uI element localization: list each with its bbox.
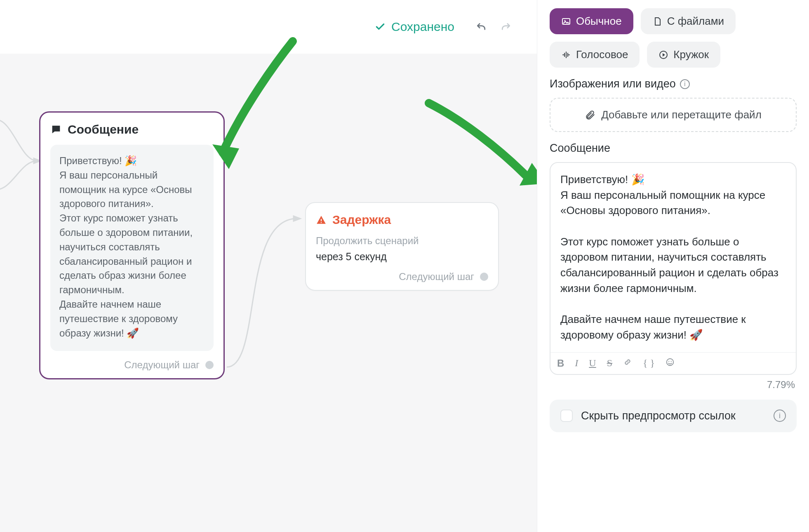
emoji-icon: [666, 358, 675, 367]
side-panel: Обычное С файлами Голосовое Кружок Изобр…: [537, 0, 809, 532]
info-icon[interactable]: i: [774, 410, 786, 422]
node-delay-next[interactable]: Следующий шаг: [316, 271, 488, 282]
port-icon[interactable]: [205, 361, 214, 369]
node-message-next[interactable]: Следующий шаг: [50, 359, 214, 371]
undo-button[interactable]: [475, 21, 487, 33]
node-message[interactable]: Сообщение Приветствую! 🎉 Я ваш персональ…: [39, 111, 225, 379]
chip-voice-label: Голосовое: [576, 48, 628, 61]
audio-waveform-icon: [561, 50, 571, 60]
port-icon[interactable]: [480, 273, 488, 281]
toolbar-bold[interactable]: B: [557, 358, 564, 369]
link-icon: [623, 358, 632, 367]
node-delay-value: через 5 секунд: [316, 251, 488, 263]
chip-normal-label: Обычное: [576, 15, 622, 28]
canvas-area[interactable]: Сохранено Сообщение Приветствую! 🎉 Я: [0, 0, 537, 532]
svg-point-9: [667, 358, 674, 365]
media-section-label: Изображения или видео i: [550, 78, 797, 90]
node-delay[interactable]: Задержка Продолжить сценарий через 5 сек…: [305, 202, 499, 291]
svg-marker-1: [294, 216, 300, 221]
toolbar-emoji[interactable]: [666, 358, 675, 369]
node-delay-title: Задержка: [332, 213, 391, 227]
node-message-title: Сообщение: [68, 122, 139, 137]
paperclip-icon: [585, 110, 595, 120]
file-icon: [652, 16, 662, 26]
dropzone-label: Добавьте или перетащите файл: [601, 108, 762, 121]
annotation-arrow-right: [425, 99, 544, 194]
svg-rect-3: [321, 222, 322, 223]
file-dropzone[interactable]: Добавьте или перетащите файл: [550, 98, 797, 132]
canvas-body[interactable]: Сообщение Приветствую! 🎉 Я ваш персональ…: [0, 54, 537, 532]
svg-point-10: [668, 361, 669, 362]
char-percent: 7.79%: [550, 379, 795, 391]
next-step-label: Следующий шаг: [399, 271, 474, 282]
warning-icon: [316, 214, 327, 225]
toolbar-strike[interactable]: S: [607, 358, 612, 369]
chip-files[interactable]: С файлами: [641, 8, 736, 34]
svg-point-11: [671, 361, 672, 362]
message-editor-text[interactable]: Приветствую! 🎉 Я ваш персональный помощн…: [550, 163, 796, 352]
redo-icon: [500, 21, 512, 33]
hide-preview-checkbox[interactable]: [560, 410, 573, 422]
connector-msg-delay: [225, 214, 307, 379]
check-icon: [375, 21, 386, 32]
media-label-text: Изображения или видео: [550, 78, 676, 90]
toolbar-italic[interactable]: I: [575, 358, 578, 369]
image-icon: [561, 16, 571, 26]
message-section-label: Сообщение: [550, 142, 797, 155]
node-message-body: Приветствую! 🎉 Я ваш персональный помощн…: [50, 145, 214, 351]
hide-preview-option[interactable]: Скрыть предпросмотр ссылок i: [550, 400, 797, 432]
info-icon[interactable]: i: [680, 79, 690, 89]
node-delay-title-row: Задержка: [316, 213, 488, 227]
node-message-title-row: Сообщение: [50, 122, 214, 137]
toolbar-underline[interactable]: U: [589, 358, 596, 369]
message-type-chips: Обычное С файлами Голосовое Кружок: [550, 8, 797, 68]
undo-redo-group: [475, 21, 512, 33]
saved-status: Сохранено: [375, 20, 454, 34]
chip-normal[interactable]: Обычное: [550, 8, 633, 34]
play-circle-icon: [658, 50, 668, 60]
editor-toolbar: B I U S { }: [550, 352, 796, 374]
redo-button[interactable]: [500, 21, 512, 33]
chip-circle-label: Кружок: [673, 48, 709, 61]
chip-files-label: С файлами: [667, 15, 724, 28]
toolbar-variable[interactable]: { }: [643, 358, 655, 369]
connector-in-2: [0, 153, 41, 202]
chip-voice[interactable]: Голосовое: [550, 42, 640, 68]
saved-label: Сохранено: [391, 20, 454, 34]
hide-preview-label: Скрыть предпросмотр ссылок: [581, 410, 736, 422]
message-editor: Приветствую! 🎉 Я ваш персональный помощн…: [550, 162, 797, 375]
chat-icon: [50, 124, 62, 135]
chip-circle[interactable]: Кружок: [647, 42, 720, 68]
canvas-header: Сохранено: [0, 0, 537, 54]
next-step-label: Следующий шаг: [124, 359, 200, 371]
node-delay-subtitle: Продолжить сценарий: [316, 235, 488, 247]
toolbar-link[interactable]: [623, 358, 632, 369]
svg-rect-2: [321, 219, 322, 221]
undo-icon: [475, 21, 487, 33]
